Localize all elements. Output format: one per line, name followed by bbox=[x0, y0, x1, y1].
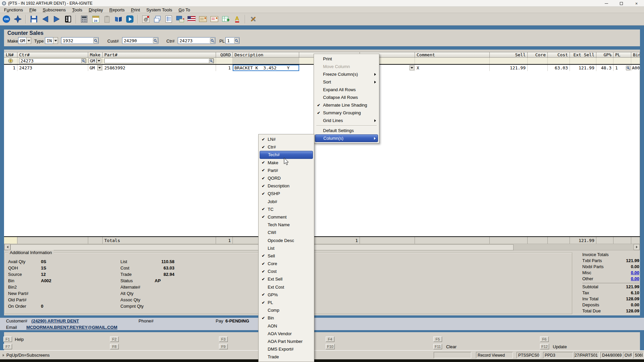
entry-part-input[interactable] bbox=[104, 58, 214, 63]
column-item-sell[interactable]: ✔Sell bbox=[260, 252, 313, 260]
row1-core[interactable] bbox=[528, 65, 548, 71]
entry-ctr-cell[interactable]: 24273 bbox=[17, 58, 88, 64]
row1-comment[interactable]: X bbox=[415, 65, 490, 71]
menu-print[interactable]: Print bbox=[131, 7, 140, 12]
chevron-down-icon[interactable] bbox=[97, 58, 101, 63]
menu-reports[interactable]: Reports bbox=[109, 7, 125, 12]
scroll-left-button[interactable] bbox=[4, 244, 10, 250]
column-item-tc[interactable]: ✔TC bbox=[260, 205, 313, 213]
row1-ln[interactable]: 1 bbox=[4, 65, 17, 71]
entry-sell-cell[interactable] bbox=[490, 58, 528, 64]
f1-key[interactable]: F1 bbox=[3, 337, 12, 342]
col-header-ext-sell[interactable]: Ext Sell bbox=[570, 52, 596, 57]
exit-panel-icon[interactable] bbox=[64, 15, 72, 23]
entry-bin-cell[interactable] bbox=[631, 58, 640, 64]
entry-ext-sell-cell[interactable] bbox=[570, 58, 596, 64]
col-header-ln[interactable]: LN# bbox=[4, 52, 17, 57]
context-item-print[interactable]: ✔Print bbox=[315, 55, 378, 63]
row1-qord[interactable]: 1 bbox=[216, 65, 233, 71]
calculator-icon[interactable] bbox=[80, 15, 89, 23]
column-item-list[interactable]: ✔List bbox=[260, 244, 313, 252]
chevron-down-icon[interactable] bbox=[97, 65, 102, 70]
column-item-qord[interactable]: ✔QORD bbox=[260, 174, 313, 182]
save-icon[interactable] bbox=[30, 15, 38, 23]
row1-bin[interactable]: A002 bbox=[631, 65, 640, 71]
scroll-right-button[interactable] bbox=[634, 244, 640, 250]
envelope-icon[interactable] bbox=[199, 15, 207, 23]
column-item-comp[interactable]: ✔Comp bbox=[260, 306, 313, 314]
search-icon[interactable] bbox=[209, 59, 214, 63]
context-item-sort[interactable]: ✔Sort bbox=[315, 78, 378, 86]
context-item-collapse-all[interactable]: ✔Collapse All Rows bbox=[315, 94, 378, 101]
entry-pl-cell[interactable] bbox=[613, 58, 631, 64]
col-header-comment[interactable]: Comment bbox=[415, 52, 490, 57]
context-item-freeze-columns[interactable]: ✔Freeze Column(s) bbox=[315, 70, 378, 78]
search-icon[interactable] bbox=[93, 38, 98, 43]
col-header-core[interactable]: Core bbox=[528, 52, 548, 57]
column-item-core[interactable]: ✔Core bbox=[260, 260, 313, 267]
copy-screen-icon[interactable] bbox=[153, 15, 162, 23]
row1-make[interactable]: GM bbox=[88, 65, 103, 71]
row1-description[interactable]: BRACKET K 3.452 Y bbox=[233, 65, 299, 71]
row1-sell[interactable]: 121.99 bbox=[490, 65, 528, 71]
entry-core-cell[interactable] bbox=[528, 58, 548, 64]
menu-functions[interactable]: Functions bbox=[4, 7, 23, 12]
search-icon[interactable] bbox=[234, 38, 239, 43]
email-at-icon[interactable]: @ bbox=[142, 15, 150, 23]
column-item-cost[interactable]: ✔Cost bbox=[260, 267, 313, 275]
f8-key[interactable]: F8 bbox=[110, 344, 119, 349]
f12-key[interactable]: F12 bbox=[540, 344, 549, 349]
entry-part-cell[interactable] bbox=[103, 58, 216, 64]
column-item-aon[interactable]: ✔AON bbox=[260, 322, 313, 330]
col-header-cost[interactable]: Cost bbox=[548, 52, 570, 57]
column-item-tech-name[interactable]: ✔Tech Name bbox=[260, 221, 313, 229]
column-item-dms-export[interactable]: ✔DMS Export# bbox=[260, 345, 313, 353]
column-item-ext-sell[interactable]: ✔Ext Sell bbox=[260, 275, 313, 283]
entry-description-cell[interactable] bbox=[233, 58, 299, 64]
f10-key[interactable]: F10 bbox=[326, 344, 335, 349]
entry-qord-cell[interactable] bbox=[216, 58, 233, 64]
type-number-input[interactable]: 1932 bbox=[61, 37, 99, 44]
entry-make-cell[interactable]: GM bbox=[88, 58, 103, 64]
column-item-comment[interactable]: ✔Comment bbox=[260, 213, 313, 221]
context-item-grid-lines[interactable]: ✔Grid Lines bbox=[315, 117, 378, 124]
cust-input[interactable]: 24290 bbox=[122, 37, 158, 44]
calendar-icon[interactable]: 24 bbox=[91, 15, 100, 23]
column-item-ext-cost[interactable]: ✔Ext Cost bbox=[260, 283, 313, 291]
paste-icon[interactable] bbox=[103, 15, 111, 23]
menu-system-tools[interactable]: System Tools bbox=[146, 7, 172, 12]
column-item-part[interactable]: ✔Part# bbox=[260, 167, 313, 174]
customer-link[interactable]: (24290) ARTHUR DENT bbox=[32, 318, 79, 323]
entry-comment-cell[interactable] bbox=[415, 58, 490, 64]
column-item-aoa-part-number[interactable]: ✔AOA Part Number bbox=[260, 338, 313, 345]
play-icon[interactable] bbox=[125, 15, 134, 23]
ctr-input[interactable]: 24273 bbox=[178, 37, 215, 44]
col-header-make[interactable]: Make bbox=[88, 52, 103, 57]
navigator-icon[interactable] bbox=[13, 15, 22, 23]
f3-key[interactable]: F3 bbox=[219, 337, 228, 342]
back-icon[interactable] bbox=[41, 15, 50, 23]
context-item-default-settings[interactable]: ✔Default Settings bbox=[315, 127, 378, 134]
row1-gp[interactable]: 48.3 bbox=[596, 65, 613, 71]
entry-ctr-input[interactable]: 24273 bbox=[19, 58, 86, 63]
col-header-gp[interactable]: GP% bbox=[596, 52, 613, 57]
entry-cost-cell[interactable] bbox=[548, 58, 570, 64]
search-icon[interactable] bbox=[153, 38, 158, 43]
row1-ctr[interactable]: 24273 bbox=[17, 65, 88, 71]
row1-ext-sell[interactable]: 121.99 bbox=[570, 65, 596, 71]
f11-key[interactable]: F11 bbox=[433, 344, 442, 349]
f4-key[interactable]: F4 bbox=[326, 337, 334, 342]
context-item-summary-grouping[interactable]: ✔Summary Grouping bbox=[315, 109, 378, 117]
column-item-qshp[interactable]: ✔QSHP bbox=[260, 190, 313, 197]
row1-cost[interactable]: 63.03 bbox=[548, 65, 570, 71]
column-item-gp[interactable]: ✔GP% bbox=[260, 291, 313, 299]
col-header-pl[interactable]: PL bbox=[613, 52, 631, 57]
f6-key[interactable]: F6 bbox=[540, 337, 549, 342]
horizontal-scrollbar[interactable] bbox=[4, 244, 640, 250]
make-select[interactable]: GM bbox=[18, 37, 31, 44]
column-item-job[interactable]: ✔Job# bbox=[260, 198, 313, 205]
menu-file[interactable]: File bbox=[29, 7, 36, 12]
f2-key[interactable]: F2 bbox=[110, 337, 119, 342]
col-header-part[interactable]: Part# bbox=[103, 52, 216, 57]
type-select[interactable]: IN bbox=[45, 37, 58, 44]
